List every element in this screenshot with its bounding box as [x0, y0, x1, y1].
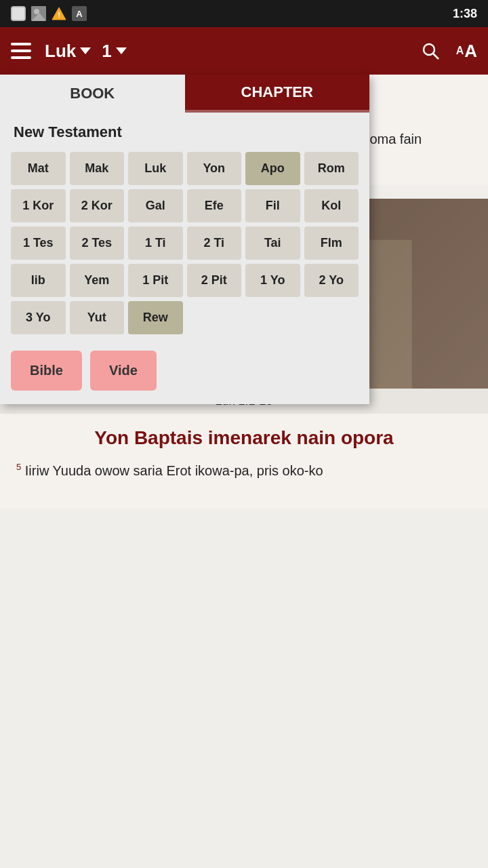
- book-btn-2yo[interactable]: 2 Yo: [304, 264, 359, 297]
- search-button[interactable]: [418, 39, 443, 63]
- book-btn-fil[interactable]: Fil: [245, 189, 300, 222]
- tab-chapter[interactable]: CHAPTER: [185, 75, 370, 113]
- article-text: 5 Iiriw Yuuda owow saria Erot ikowa-pa, …: [16, 460, 472, 481]
- book-btn-tai[interactable]: Tai: [245, 226, 300, 260]
- book-btn-1ti[interactable]: 1 Ti: [128, 226, 183, 260]
- book-btn-luk[interactable]: Luk: [128, 152, 183, 185]
- book-btn-1pit[interactable]: 1 Pit: [128, 264, 183, 297]
- font-size-button[interactable]: A A: [456, 41, 477, 62]
- chapter-dropdown-arrow: [116, 47, 127, 54]
- article-verse-num: 5: [16, 462, 21, 472]
- top-bar: Luk 1 A A: [0, 27, 488, 75]
- book-btn-yut[interactable]: Yut: [70, 301, 125, 334]
- status-icon-a: A: [72, 6, 87, 21]
- book-btn-flm[interactable]: Flm: [304, 226, 359, 260]
- extra-buttons: BibleVide: [0, 345, 369, 404]
- svg-line-8: [433, 54, 439, 59]
- book-btn-2ti[interactable]: 2 Ti: [187, 226, 242, 260]
- book-selector[interactable]: Luk: [45, 41, 91, 62]
- big-a-icon: A: [464, 41, 477, 62]
- book-btn-gal[interactable]: Gal: [128, 189, 183, 222]
- small-a-icon: A: [456, 45, 464, 57]
- svg-text:!: !: [58, 11, 60, 19]
- dropdown-tabs: BOOK CHAPTER: [0, 75, 369, 113]
- book-btn-yon[interactable]: Yon: [187, 152, 242, 185]
- extra-btn-vide[interactable]: Vide: [90, 351, 157, 391]
- book-btn-efe[interactable]: Efe: [187, 189, 242, 222]
- section-title: New Testament: [0, 113, 369, 146]
- book-btn-3yo[interactable]: 3 Yo: [11, 301, 66, 334]
- book-btn-1yo[interactable]: 1 Yo: [245, 264, 300, 297]
- svg-text:A: A: [76, 9, 83, 19]
- article-section: Yon Baptais imenarek nain opora 5 Iiriw …: [0, 414, 488, 509]
- article-title: Yon Baptais imenarek nain opora: [16, 427, 472, 449]
- book-dropdown-arrow: [80, 47, 91, 54]
- book-btn-yem[interactable]: Yem: [70, 264, 125, 297]
- book-btn-mat[interactable]: Mat: [11, 152, 66, 185]
- status-icon-square: [11, 6, 26, 21]
- svg-point-1: [34, 9, 39, 14]
- book-btn-1kor[interactable]: 1 Kor: [11, 189, 66, 222]
- book-btn-kol[interactable]: Kol: [304, 189, 359, 222]
- book-btn-apo[interactable]: Apo: [245, 152, 300, 185]
- book-btn-2tes[interactable]: 2 Tes: [70, 226, 125, 260]
- chapter-selector[interactable]: 1: [102, 41, 126, 62]
- menu-button[interactable]: [11, 43, 31, 59]
- tab-book[interactable]: BOOK: [0, 75, 185, 113]
- chapter-number: 1: [102, 41, 111, 62]
- book-btn-rom[interactable]: Rom: [304, 152, 359, 185]
- books-grid: MatMakLukYonApoRom1 Kor2 KorGalEfeFilKol…: [0, 146, 369, 345]
- svg-point-7: [424, 44, 434, 55]
- status-icon-alert: !: [52, 6, 66, 21]
- book-btn-rew[interactable]: Rew: [128, 301, 183, 334]
- extra-btn-bible[interactable]: Bible: [11, 351, 82, 391]
- status-icon-image: [31, 6, 46, 21]
- status-bar: ! A 1:38: [0, 0, 488, 27]
- book-btn-mak[interactable]: Mak: [70, 152, 125, 185]
- book-btn-1tes[interactable]: 1 Tes: [11, 226, 66, 260]
- book-btn-2kor[interactable]: 2 Kor: [70, 189, 125, 222]
- article-verse-text: Iiriw Yuuda owow saria Erot ikowa-pa, pr…: [25, 463, 323, 478]
- book-btn-2pit[interactable]: 2 Pit: [187, 264, 242, 297]
- dropdown-panel: BOOK CHAPTER New Testament MatMakLukYonA…: [0, 75, 369, 404]
- time-display: 1:38: [453, 7, 477, 21]
- book-btn-iib[interactable]: Iib: [11, 264, 66, 297]
- book-name: Luk: [45, 41, 76, 62]
